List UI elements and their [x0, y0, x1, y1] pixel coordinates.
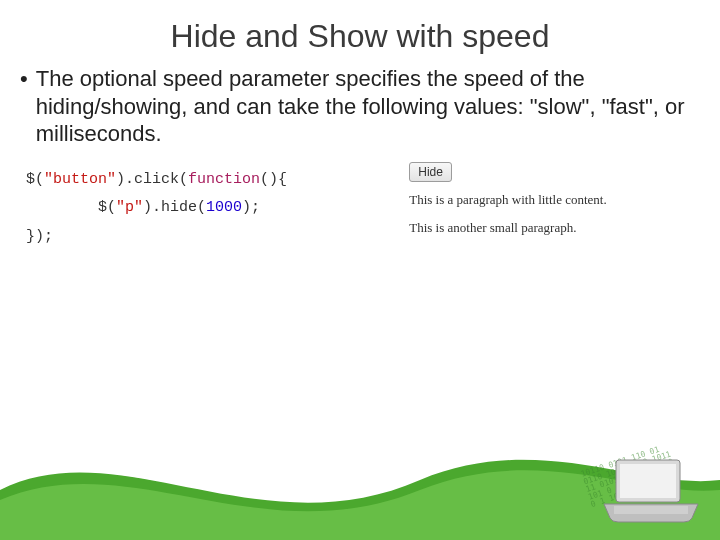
svg-rect-1 — [620, 464, 676, 498]
example-paragraph-2: This is another small paragraph. — [409, 220, 700, 236]
hide-button[interactable]: Hide — [409, 162, 452, 182]
bullet-text: The optional speed parameter specifies t… — [36, 65, 696, 148]
laptop-icon — [596, 452, 706, 532]
svg-rect-0 — [616, 460, 680, 502]
decorative-wave — [0, 420, 720, 540]
example-paragraph-1: This is a paragraph with little content. — [409, 192, 700, 208]
bullet-item: • The optional speed parameter specifies… — [0, 65, 720, 148]
bullet-dot-icon: • — [20, 65, 28, 93]
slide-title: Hide and Show with speed — [0, 0, 720, 65]
content-row: $("button").click(function(){ $("p").hid… — [0, 148, 720, 256]
decorative-digital-burst-icon: 10110 0101 110 01 0110 10 1101 0 1011 11… — [581, 443, 680, 509]
code-snippet: $("button").click(function(){ $("p").hid… — [20, 162, 399, 256]
example-output: Hide This is a paragraph with little con… — [409, 162, 700, 256]
svg-rect-2 — [614, 506, 688, 514]
code-line-2: $("p").hide(1000); — [26, 194, 393, 223]
code-line-1: $("button").click(function(){ — [26, 166, 393, 195]
code-line-3: }); — [26, 223, 393, 252]
